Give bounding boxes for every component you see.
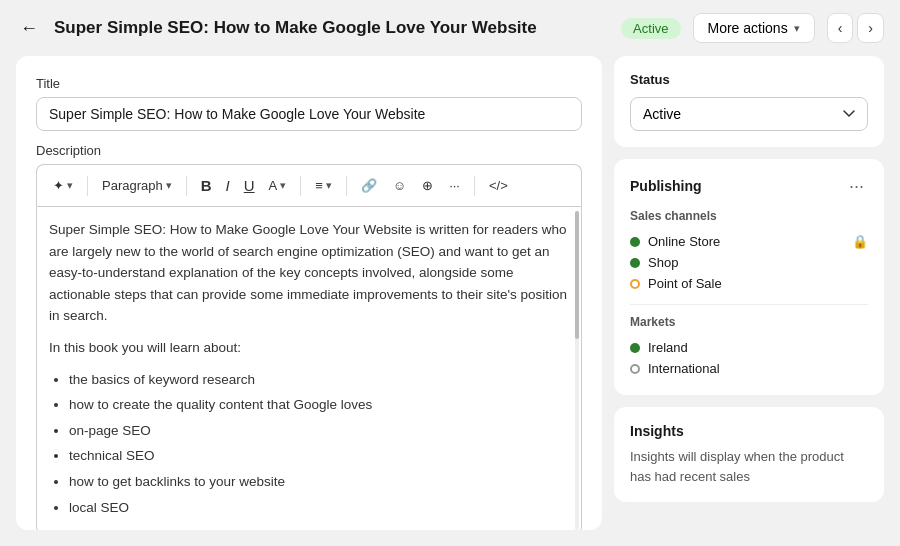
paragraph-label: Paragraph xyxy=(102,178,163,193)
insights-text: Insights will display when the product h… xyxy=(630,447,868,486)
international-name: International xyxy=(648,361,720,376)
code-icon: </> xyxy=(489,178,508,193)
toolbar-group-format: B I U A ▾ xyxy=(195,173,293,198)
international-dot xyxy=(630,364,640,374)
channel-online-store: Online Store 🔒 xyxy=(630,231,868,252)
align-chevron-icon: ▾ xyxy=(326,179,332,192)
paragraph-chevron-icon: ▾ xyxy=(166,179,172,192)
next-icon: › xyxy=(868,20,873,36)
more-toolbar-button[interactable]: ··· xyxy=(443,174,466,197)
publishing-header: Publishing ··· xyxy=(630,175,868,197)
publishing-title: Publishing xyxy=(630,178,702,194)
back-button[interactable]: ← xyxy=(16,14,42,43)
toolbar-divider-5 xyxy=(474,176,475,196)
header: ← Super Simple SEO: How to Make Google L… xyxy=(0,0,900,56)
title-input[interactable] xyxy=(36,97,582,131)
main-content: Title Description ✦ ▾ Paragraph ▾ xyxy=(0,56,900,546)
nav-buttons: ‹ › xyxy=(827,13,884,43)
pos-name: Point of Sale xyxy=(648,276,722,291)
bold-button[interactable]: B xyxy=(195,173,218,198)
market-ireland: Ireland xyxy=(630,337,868,358)
sparkle-button[interactable]: ✦ ▾ xyxy=(47,174,79,197)
link-button[interactable]: 🔗 xyxy=(355,174,383,197)
description-section: Description ✦ ▾ Paragraph ▾ xyxy=(36,143,582,530)
toolbar-divider-2 xyxy=(186,176,187,196)
status-label: Status xyxy=(630,72,868,87)
bullet-item: the basics of keyword research xyxy=(69,369,569,391)
ireland-name: Ireland xyxy=(648,340,688,355)
publishing-divider xyxy=(630,304,868,305)
italic-button[interactable]: I xyxy=(220,173,236,198)
bullet-list: the basics of keyword researchhow to cre… xyxy=(49,369,569,519)
chevron-down-icon: ▾ xyxy=(794,22,800,35)
editor-toolbar: ✦ ▾ Paragraph ▾ B I U A xyxy=(36,164,582,206)
shop-dot xyxy=(630,258,640,268)
toolbar-divider-1 xyxy=(87,176,88,196)
toolbar-group-paragraph: Paragraph ▾ xyxy=(96,174,178,197)
description-paragraph-1: Super Simple SEO: How to Make Google Lov… xyxy=(49,219,569,327)
status-card: Status Active Draft xyxy=(614,56,884,147)
font-color-button[interactable]: A ▾ xyxy=(263,174,293,197)
scrollbar-thumb[interactable] xyxy=(575,211,579,339)
code-button[interactable]: </> xyxy=(483,174,514,197)
underline-button[interactable]: U xyxy=(238,173,261,198)
toolbar-group-sparkle: ✦ ▾ xyxy=(47,174,79,197)
status-select[interactable]: Active Draft xyxy=(630,97,868,131)
bullet-item: local SEO xyxy=(69,497,569,519)
channel-shop: Shop xyxy=(630,252,868,273)
description-paragraph-2: In this book you will learn about: xyxy=(49,337,569,359)
prev-icon: ‹ xyxy=(838,20,843,36)
align-icon: ≡ xyxy=(315,178,323,193)
scrollbar-track[interactable] xyxy=(575,211,579,530)
insights-title: Insights xyxy=(630,423,868,439)
bullet-item: technical SEO xyxy=(69,445,569,467)
channel-point-of-sale: Point of Sale xyxy=(630,273,868,294)
pos-dot xyxy=(630,279,640,289)
publishing-card: Publishing ··· Sales channels Online Sto… xyxy=(614,159,884,395)
align-button[interactable]: ≡ ▾ xyxy=(309,174,338,197)
more-actions-label: More actions xyxy=(708,20,788,36)
font-color-chevron-icon: ▾ xyxy=(280,179,286,192)
title-label: Title xyxy=(36,76,582,91)
bullet-item: on-page SEO xyxy=(69,420,569,442)
description-label: Description xyxy=(36,143,582,158)
bullet-item: how to create the quality content that G… xyxy=(69,394,569,416)
emoji-icon: ☺ xyxy=(393,178,406,193)
right-panel: Status Active Draft Publishing ··· Sales… xyxy=(614,56,884,530)
left-panel: Title Description ✦ ▾ Paragraph ▾ xyxy=(16,56,602,530)
online-store-name: Online Store xyxy=(648,234,720,249)
shop-name: Shop xyxy=(648,255,678,270)
online-store-dot xyxy=(630,237,640,247)
prev-button[interactable]: ‹ xyxy=(827,13,854,43)
sparkle-chevron-icon: ▾ xyxy=(67,179,73,192)
toolbar-divider-4 xyxy=(346,176,347,196)
status-badge: Active xyxy=(621,18,680,39)
more-toolbar-icon: ··· xyxy=(449,178,460,193)
link-icon: 🔗 xyxy=(361,178,377,193)
markets-label: Markets xyxy=(630,315,868,329)
more-actions-button[interactable]: More actions ▾ xyxy=(693,13,815,43)
embed-button[interactable]: ⊕ xyxy=(416,174,439,197)
font-color-label: A xyxy=(269,178,278,193)
market-international: International xyxy=(630,358,868,379)
insights-card: Insights Insights will display when the … xyxy=(614,407,884,502)
paragraph-button[interactable]: Paragraph ▾ xyxy=(96,174,178,197)
sales-channels-label: Sales channels xyxy=(630,209,868,223)
online-store-lock-icon: 🔒 xyxy=(852,234,868,249)
back-icon: ← xyxy=(20,18,38,39)
next-button[interactable]: › xyxy=(857,13,884,43)
embed-icon: ⊕ xyxy=(422,178,433,193)
emoji-button[interactable]: ☺ xyxy=(387,174,412,197)
publishing-more-button[interactable]: ··· xyxy=(845,175,868,197)
editor-body[interactable]: Super Simple SEO: How to Make Google Lov… xyxy=(36,206,582,530)
title-section: Title xyxy=(36,76,582,131)
bullet-item: how to get backlinks to your website xyxy=(69,471,569,493)
sparkle-icon: ✦ xyxy=(53,178,64,193)
ireland-dot xyxy=(630,343,640,353)
page-title: Super Simple SEO: How to Make Google Lov… xyxy=(54,18,609,38)
toolbar-divider-3 xyxy=(300,176,301,196)
